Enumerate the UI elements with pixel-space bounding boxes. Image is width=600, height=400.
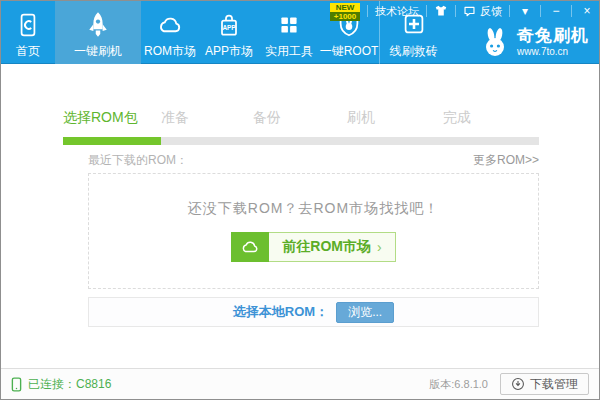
minimize-button[interactable]: − [548,1,564,21]
download-manager-label: 下载管理 [530,376,578,393]
divider [455,5,456,17]
skin-button[interactable] [434,4,448,18]
new-badge-top: NEW [330,3,360,12]
status-bar: 已连接：C8816 版本:6.8.1.0 下载管理 [1,368,599,399]
top-mini-bar: NEW +1000 技术论坛 反馈 ▾ − [330,1,595,21]
app-window: 首页 一键刷机 R [0,0,600,400]
download-icon [511,377,525,391]
app-bag-icon: APP [215,9,243,41]
local-rom-bar: 选择本地ROM： 浏览... [88,297,539,327]
main-toolbar: 首页 一键刷机 R [1,1,599,64]
tab-label: 一键刷机 [74,43,122,59]
browse-button[interactable]: 浏览... [336,302,394,323]
more-rom-link[interactable]: 更多ROM>> [473,152,539,169]
connection-status: 已连接：C8816 [11,376,111,393]
tab-label: 首页 [16,43,40,59]
recent-rom-label: 最近下载的ROM： [88,152,188,169]
rocket-icon [83,9,113,41]
local-rom-label: 选择本地ROM： [233,303,328,321]
recent-rom-row: 最近下载的ROM： 更多ROM>> [88,152,539,168]
brand-logo: 奇兔刷机 www.7to.cn [479,26,589,58]
cloud-icon [239,236,261,258]
tab-label: 一键ROOT [320,43,379,59]
phone-icon [11,377,22,392]
tab-home[interactable]: 首页 [1,1,55,64]
feedback-link[interactable]: 反馈 [463,4,502,19]
brand-title: 奇兔刷机 [517,27,589,44]
tab-label: ROM市场 [144,43,196,59]
brand-url: www.7to.cn [517,47,589,57]
cta-label-text: 前往ROM市场 [282,238,371,256]
rabbit-logo-icon [479,26,511,58]
progress-fill [63,137,161,145]
close-button[interactable]: × [579,1,595,21]
step-select-rom: 选择ROM包 [63,109,138,127]
version-text: 版本:6.8.1.0 [429,377,488,392]
step-backup: 备份 [253,109,281,127]
cta-label-box: 前往ROM市场 › [269,232,395,262]
divider [367,5,368,17]
progress-bar [63,137,539,145]
tab-app-market[interactable]: APP APP市场 [199,1,259,64]
menu-dropdown-button[interactable]: ▾ [517,1,533,21]
download-manager-button[interactable]: 下载管理 [500,373,589,395]
goto-rom-market-button[interactable]: 前往ROM市场 › [231,232,395,262]
cta-cloud-iconbox [231,232,269,262]
tab-one-key-flash[interactable]: 一键刷机 [55,1,141,64]
divider [426,5,427,17]
forum-link[interactable]: 技术论坛 [375,4,419,19]
tab-label: 实用工具 [265,43,313,59]
divider [571,5,572,17]
tab-utilities[interactable]: 实用工具 [259,1,319,64]
divider [540,5,541,17]
brand-text: 奇兔刷机 www.7to.cn [517,27,589,57]
home-phone-icon [14,9,42,41]
divider [509,5,510,17]
grid-tiles-icon [276,9,302,41]
empty-message: 还没下载ROM？去ROM市场找找吧！ [188,200,439,218]
tab-label: APP市场 [205,43,253,59]
new-badge-bottom: +1000 [330,12,360,21]
new-badge: NEW +1000 [330,3,360,21]
chat-bubble-icon [463,5,476,18]
connection-status-text: 已连接：C8816 [28,376,111,393]
feedback-link-label: 反馈 [480,4,502,19]
cloud-icon [155,9,185,41]
statusbar-right: 版本:6.8.1.0 下载管理 [429,373,589,395]
step-prepare: 准备 [161,109,189,127]
tab-rom-market[interactable]: ROM市场 [141,1,199,64]
tshirt-icon [434,4,448,18]
rom-empty-panel: 还没下载ROM？去ROM市场找找吧！ 前往ROM市场 › [88,173,539,289]
step-done: 完成 [443,109,471,127]
app-bag-icon-text: APP [222,24,236,31]
tab-label: 线刷救砖 [390,43,438,59]
chevron-right-icon: › [377,239,382,255]
step-flash: 刷机 [347,109,375,127]
forum-link-label: 技术论坛 [375,4,419,19]
wizard-steps: 选择ROM包 准备 备份 刷机 完成 [63,109,539,129]
